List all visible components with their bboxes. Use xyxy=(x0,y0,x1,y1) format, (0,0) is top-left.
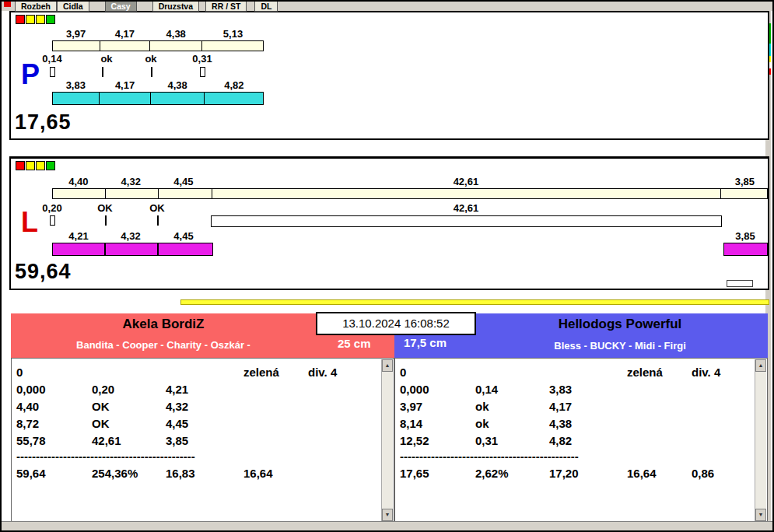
cell xyxy=(627,382,692,399)
bar-segment xyxy=(212,189,721,198)
cell: div. 4 xyxy=(308,365,380,382)
bar-segment xyxy=(53,93,100,104)
status-bar xyxy=(2,521,772,530)
scroll-up-button[interactable]: ▲ xyxy=(382,359,393,372)
light xyxy=(36,161,45,170)
cell: zelená xyxy=(627,365,692,382)
team-right-results-table: 0 zelená div. 4 0,000 0,14 3,83 3,97 ok … xyxy=(394,358,768,523)
lane-l-top-split-labels: 4,40 4,32 4,45 42,61 3,85 xyxy=(52,176,768,187)
tab-dl[interactable]: DL xyxy=(254,2,278,12)
box-mark: 0,31 xyxy=(192,53,212,65)
bar-segment xyxy=(53,189,106,198)
tab-rr-st[interactable]: RR / ST xyxy=(205,2,247,12)
split-time: 4,17 xyxy=(100,79,151,90)
cell: 254,36% xyxy=(92,466,166,483)
lane-p-bottom-split-labels: 3,83 4,17 4,38 4,82 xyxy=(52,79,264,90)
bar-segment xyxy=(205,93,263,104)
cell xyxy=(243,382,308,399)
cell: 4,45 xyxy=(166,416,243,433)
cell xyxy=(692,416,753,433)
team-left-results-table: 0 zelená div. 4 0,000 0,20 4,21 4,40 OK … xyxy=(11,358,394,523)
scroll-down-button[interactable]: ▼ xyxy=(382,509,393,521)
team-dogs: Bless - BUCKY - Midi - Firgi xyxy=(472,340,768,352)
cell xyxy=(627,433,692,450)
separator: ----------------------------------------… xyxy=(400,450,624,466)
bar-segment xyxy=(202,41,263,51)
cell: 4,21 xyxy=(166,382,243,399)
cell: ok xyxy=(475,416,549,433)
long-run-bar xyxy=(211,215,722,227)
cell xyxy=(308,382,380,399)
lane-l-total: 59,64 xyxy=(15,260,72,284)
light xyxy=(16,15,25,24)
cell xyxy=(243,433,308,450)
lane-panel-l: 4,40 4,32 4,45 42,61 3,85 0,20 OK OK 42,… xyxy=(9,156,769,290)
scroll-down-button[interactable]: ▼ xyxy=(755,509,766,521)
scrollbar[interactable]: ▲ ▼ xyxy=(755,359,766,521)
cell: ok xyxy=(475,399,549,416)
lane-l-bottom-split-labels: 4,21 4,32 4,45 3,85 xyxy=(52,230,768,241)
box-mark: OK xyxy=(97,202,113,214)
tab-cidla[interactable]: Cidla xyxy=(57,2,89,12)
cell: 3,85 xyxy=(166,433,243,450)
bar-segment xyxy=(158,243,213,256)
bar-segment xyxy=(721,189,767,198)
lane-p-total: 17,65 xyxy=(15,110,72,135)
cell xyxy=(308,466,380,483)
cell xyxy=(166,365,243,382)
box-mark: 0,14 xyxy=(42,53,61,65)
bar-segment xyxy=(723,243,768,256)
split-time: 4,40 xyxy=(52,176,105,187)
cell: OK xyxy=(92,399,166,416)
cell: 4,82 xyxy=(549,433,627,450)
split-time: 4,32 xyxy=(105,176,157,187)
box-tick xyxy=(50,215,55,226)
split-time: 4,32 xyxy=(121,230,140,242)
light xyxy=(46,161,55,170)
bar-segment xyxy=(100,93,151,104)
bar-segment xyxy=(106,189,158,198)
bar-segment xyxy=(52,243,105,256)
cell: 0 xyxy=(400,365,475,382)
bar-segment xyxy=(100,41,150,51)
cell: 4,40 xyxy=(16,399,92,416)
split-time: 4,82 xyxy=(205,79,264,90)
cell: 0,000 xyxy=(16,382,92,399)
split-time: 4,45 xyxy=(173,230,193,242)
cell: 0 xyxy=(16,365,92,382)
split-time: 3,97 xyxy=(52,28,100,39)
scroll-up-button[interactable]: ▲ xyxy=(755,359,766,372)
app-window: Rozbeh Cidla Casy Druzstva RR / ST DL 3,… xyxy=(0,0,774,532)
tab-rozbeh[interactable]: Rozbeh xyxy=(15,2,57,12)
lane-p-top-bar xyxy=(52,40,264,51)
cell: zelená xyxy=(243,365,308,382)
lane-panel-p: 3,97 4,17 4,38 5,13 0,14 ok ok 0,31 3,83… xyxy=(9,11,769,140)
split-time: 4,17 xyxy=(100,28,149,39)
tab-druzstva[interactable]: Druzstva xyxy=(152,2,199,12)
cell: div. 4 xyxy=(692,365,753,382)
cell: 0,000 xyxy=(400,382,475,399)
small-indicator-box xyxy=(727,280,753,287)
cell: 16,64 xyxy=(243,466,308,483)
team-name: Akela BordiZ xyxy=(11,317,316,332)
cell: 3,97 xyxy=(400,399,475,416)
timestamp-box: 13.10.2024 16:08:52 xyxy=(316,312,476,335)
cell xyxy=(243,416,308,433)
light xyxy=(16,161,25,170)
lane-p-letter: P xyxy=(21,61,40,89)
cell: 42,61 xyxy=(92,433,166,450)
bar-segment xyxy=(159,189,212,198)
box-tick xyxy=(200,67,205,77)
results-grid: 0 zelená div. 4 0,000 0,14 3,83 3,97 ok … xyxy=(400,365,753,450)
bar-segment xyxy=(53,41,100,51)
separator: ----------------------------------------… xyxy=(16,450,240,466)
cell: 3,83 xyxy=(549,382,627,399)
box-mark: 0,20 xyxy=(42,202,61,214)
start-lights xyxy=(16,161,56,170)
results-grid: 0 zelená div. 4 0,000 0,20 4,21 4,40 OK … xyxy=(16,365,380,450)
scrollbar[interactable]: ▲ ▼ xyxy=(381,359,393,521)
lane-p-top-split-labels: 3,97 4,17 4,38 5,13 xyxy=(52,28,264,39)
tab-casy[interactable]: Casy xyxy=(105,2,137,12)
split-time: 3,83 xyxy=(52,79,100,90)
team-dogs: Bandita - Cooper - Charity - Oszkár - xyxy=(11,339,316,351)
